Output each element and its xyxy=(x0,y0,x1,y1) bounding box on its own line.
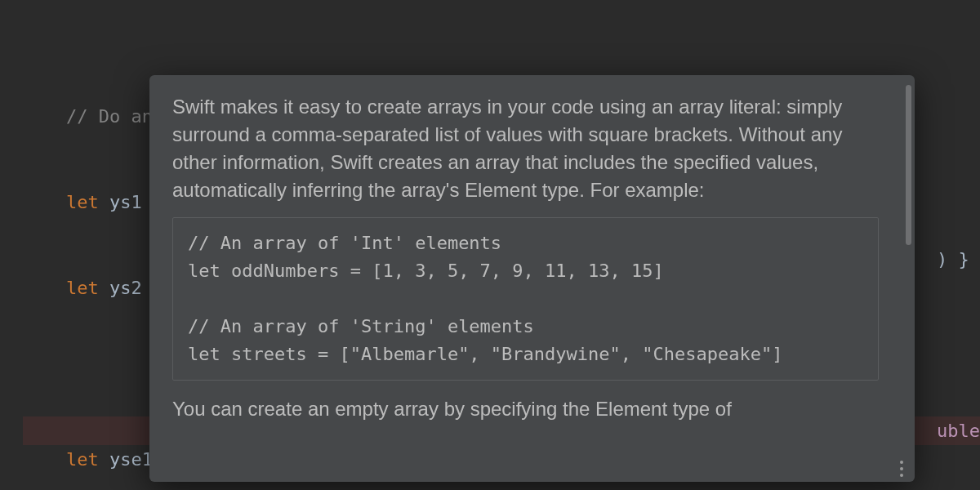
editor-right-overflow: ) } uble uble xyxy=(937,0,980,490)
doc-paragraph: You can create an empty array by specify… xyxy=(172,395,879,423)
documentation-popup[interactable]: Swift makes it easy to create arrays in … xyxy=(149,75,915,482)
doc-code-example: // An array of 'Int' elements let oddNum… xyxy=(172,217,879,381)
code-fragment: ) } xyxy=(937,249,969,270)
doc-paragraph: Swift makes it easy to create arrays in … xyxy=(172,93,879,204)
scrollbar-thumb[interactable] xyxy=(906,85,911,245)
documentation-content: Swift makes it easy to create arrays in … xyxy=(149,75,915,482)
overflow-menu-icon[interactable] xyxy=(900,461,903,477)
keyword-let: let xyxy=(66,192,99,212)
code-fragment: uble xyxy=(937,421,980,441)
